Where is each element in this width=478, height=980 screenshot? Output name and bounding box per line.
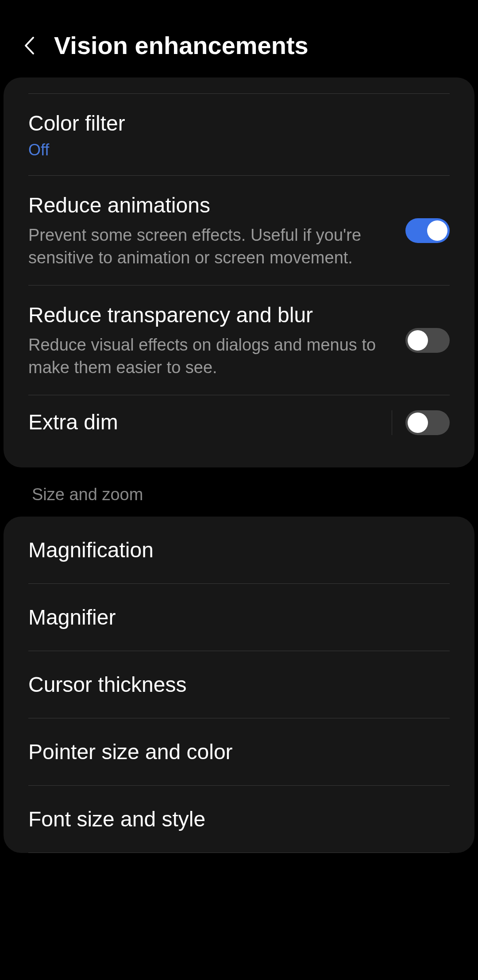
cursor-thickness-item[interactable]: Cursor thickness [4, 651, 474, 718]
reduce-animations-description: Prevent some screen effects. Useful if y… [28, 224, 392, 270]
toggle-thumb [408, 413, 428, 433]
reduce-transparency-description: Reduce visual effects on dialogs and men… [28, 334, 392, 379]
toggle-thumb [427, 220, 447, 241]
font-size-title: Font size and style [28, 807, 450, 831]
magnifier-title: Magnifier [28, 605, 450, 629]
extra-dim-toggle[interactable] [405, 410, 450, 435]
magnifier-item[interactable]: Magnifier [4, 584, 474, 651]
back-button[interactable] [22, 35, 36, 56]
reduce-animations-content: Reduce animations Prevent some screen ef… [28, 192, 405, 269]
pointer-size-title: Pointer size and color [28, 740, 450, 764]
reduce-animations-toggle[interactable] [405, 218, 450, 243]
reduce-animations-title: Reduce animations [28, 192, 392, 219]
magnification-item[interactable]: Magnification [4, 517, 474, 583]
reduce-transparency-toggle[interactable] [405, 328, 450, 353]
extra-dim-title: Extra dim [28, 409, 378, 436]
header: Vision enhancements [0, 0, 478, 77]
color-filter-title: Color filter [28, 110, 436, 137]
reduce-transparency-title: Reduce transparency and blur [28, 301, 392, 329]
section-header-size-zoom: Size and zoom [0, 467, 478, 517]
magnification-title: Magnification [28, 538, 450, 562]
cursor-thickness-title: Cursor thickness [28, 672, 450, 697]
color-filter-content: Color filter Off [28, 110, 450, 159]
color-filter-item[interactable]: Color filter Off [4, 94, 474, 175]
extra-dim-content: Extra dim [28, 409, 392, 436]
settings-card-1: Color filter Off Reduce animations Preve… [4, 77, 474, 467]
reduce-transparency-item[interactable]: Reduce transparency and blur Reduce visu… [4, 286, 474, 395]
divider [28, 853, 450, 853]
reduce-animations-item[interactable]: Reduce animations Prevent some screen ef… [4, 176, 474, 285]
page-title: Vision enhancements [54, 31, 308, 60]
vertical-divider [392, 410, 392, 435]
font-size-item[interactable]: Font size and style [4, 786, 474, 853]
extra-dim-item[interactable]: Extra dim [4, 395, 474, 449]
toggle-thumb [408, 330, 428, 351]
color-filter-status: Off [28, 141, 436, 159]
reduce-transparency-content: Reduce transparency and blur Reduce visu… [28, 301, 405, 379]
settings-card-2: Magnification Magnifier Cursor thickness… [4, 517, 474, 853]
pointer-size-item[interactable]: Pointer size and color [4, 718, 474, 785]
chevron-left-icon [24, 36, 35, 55]
